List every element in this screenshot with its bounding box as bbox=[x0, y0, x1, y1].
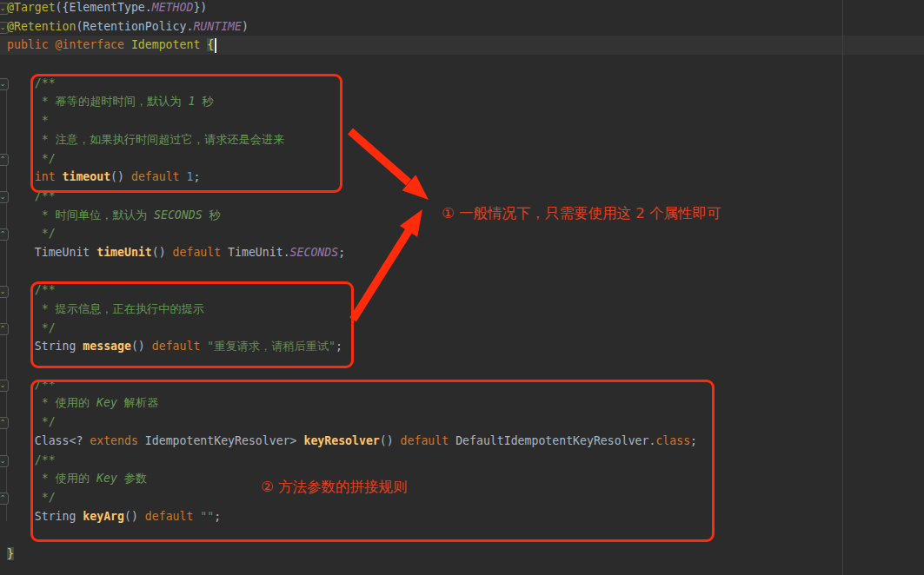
code-line[interactable]: @Retention(RetentionPolicy.RUNTIME) bbox=[7, 17, 697, 36]
code-line[interactable]: public @interface Idempotent { bbox=[7, 36, 697, 55]
code-line[interactable] bbox=[7, 525, 697, 545]
text-caret bbox=[215, 38, 216, 53]
code-line[interactable]: String message() default "重复请求，请稍后重试"; bbox=[7, 337, 697, 356]
code-line[interactable]: */ bbox=[7, 413, 697, 432]
code-line[interactable] bbox=[7, 262, 697, 281]
code-line[interactable]: /** bbox=[7, 187, 697, 206]
code-line[interactable]: * bbox=[7, 111, 697, 130]
code-line[interactable]: @Target({ElementType.METHOD}) bbox=[7, 0, 697, 17]
code-line[interactable]: } bbox=[7, 545, 697, 564]
callout-note-2: ② 方法参数的拼接规则 bbox=[261, 478, 408, 497]
code-line[interactable]: * 使用的 Key 解析器 bbox=[7, 393, 697, 413]
code-line[interactable]: */ bbox=[7, 149, 697, 169]
code-line[interactable] bbox=[7, 356, 697, 375]
callout-note-1: ① 一般情况下，只需要使用这 2 个属性即可 bbox=[442, 204, 721, 223]
code-line[interactable]: /** bbox=[7, 451, 697, 470]
code-line[interactable]: TimeUnit timeUnit() default TimeUnit.SEC… bbox=[7, 243, 697, 262]
right-margin-guide bbox=[842, 0, 843, 575]
code-line[interactable]: * 注意，如果执行时间超过它，请求还是会进来 bbox=[7, 130, 697, 149]
code-line[interactable]: * 提示信息，正在执行中的提示 bbox=[7, 300, 697, 319]
code-line[interactable]: int timeout() default 1; bbox=[7, 168, 697, 187]
code-line[interactable]: /** bbox=[7, 375, 697, 394]
code-line[interactable]: String keyArg() default ""; bbox=[7, 507, 697, 526]
code-line[interactable]: Class<? extends IdempotentKeyResolver> k… bbox=[7, 432, 697, 451]
code-line[interactable]: */ bbox=[7, 224, 697, 243]
code-line[interactable]: /** bbox=[7, 281, 697, 300]
code-line[interactable]: */ bbox=[7, 319, 697, 338]
code-line[interactable]: /** bbox=[7, 74, 697, 93]
code-line[interactable]: * 幂等的超时时间，默认为 1 秒 bbox=[7, 92, 697, 111]
ide-editor-screenshot: ⌄⌄⌄⌃⌄⌃⌄⌃⌄⌃⌄⌃ @Target({ElementType.METHOD… bbox=[0, 0, 924, 575]
code-line[interactable] bbox=[7, 55, 697, 74]
